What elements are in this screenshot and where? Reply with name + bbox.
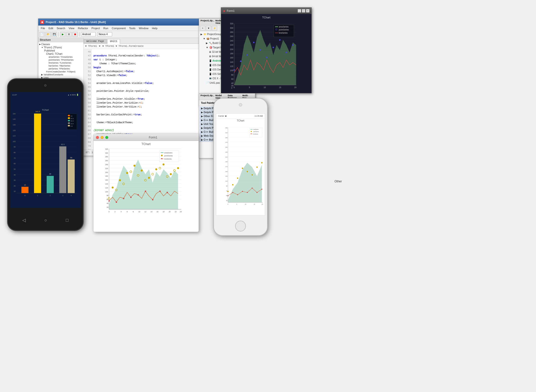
svg-text:areaSeries: areaSeries bbox=[253, 129, 259, 130]
android-screen: 11:07 ▲ ● 90% 🔋 TChart 150 140 130 120 1… bbox=[10, 92, 81, 208]
nav-recents-btn[interactable]: □ bbox=[66, 218, 68, 223]
tree-areaseries[interactable]: areaSeries: TAreaSeries bbox=[39, 55, 83, 58]
pm-new-btn[interactable]: + bbox=[200, 26, 205, 31]
dark-point-8 bbox=[279, 39, 281, 41]
menu-view[interactable]: View bbox=[67, 26, 76, 30]
svg-text:210: 210 bbox=[225, 156, 228, 158]
svg-text:270: 270 bbox=[225, 142, 228, 143]
svg-text:90: 90 bbox=[14, 146, 16, 148]
stop-btn[interactable]: ⏹ bbox=[72, 32, 78, 37]
mac-pt-7 bbox=[152, 173, 154, 175]
tree-published[interactable]: Published bbox=[39, 49, 83, 52]
svg-text:0: 0 bbox=[108, 211, 109, 213]
svg-text:150: 150 bbox=[13, 113, 16, 115]
menu-file[interactable]: File bbox=[39, 26, 47, 30]
svg-text:140: 140 bbox=[230, 61, 233, 63]
tree-variables[interactable]: ▶ Variables/Constants bbox=[39, 73, 83, 76]
menu-tools[interactable]: Tools bbox=[128, 26, 137, 30]
svg-rect-95 bbox=[68, 125, 70, 126]
menu-search[interactable]: Search bbox=[55, 26, 67, 30]
svg-text:5: 5 bbox=[236, 203, 237, 205]
menu-edit[interactable]: Edit bbox=[47, 26, 55, 30]
run-btn[interactable]: ▶ bbox=[60, 32, 66, 37]
svg-text:59: 59 bbox=[70, 157, 72, 159]
svg-text:110: 110 bbox=[225, 180, 228, 182]
mac-chart-svg: 320 300 280 260 240 220 200 180 160 140 … bbox=[103, 146, 196, 224]
form1-dark-titlebar: ◉ Form1 _ □ × bbox=[221, 8, 311, 14]
mac-chart-area: 320 300 280 260 240 220 200 180 160 140 … bbox=[94, 146, 199, 226]
tree-chart1[interactable]: Chart1: TChart bbox=[39, 52, 83, 55]
iphone-chart-svg: 330 310 290 270 250 230 210 190 170 150 … bbox=[223, 122, 264, 212]
pause-btn[interactable]: ⏸ bbox=[66, 32, 72, 37]
android-bar-chart: TChart 150 140 130 120 110 100 90 80 70 … bbox=[10, 97, 81, 208]
save-btn[interactable]: 💾 bbox=[52, 32, 57, 37]
tree-tform1[interactable]: ▼TForm1 (TForm) bbox=[39, 46, 83, 49]
menu-help[interactable]: Help bbox=[150, 26, 159, 30]
pm-open-btn[interactable]: ▼ bbox=[206, 26, 211, 31]
svg-text:52.5: 52.5 bbox=[71, 118, 74, 119]
tab-welcome[interactable]: Welcome Page bbox=[84, 39, 107, 43]
svg-text:16: 16 bbox=[157, 211, 159, 213]
svg-rect-203 bbox=[251, 134, 252, 134]
dark-point-5 bbox=[259, 49, 261, 51]
svg-text:260: 260 bbox=[230, 35, 233, 38]
menu-component[interactable]: Component bbox=[110, 26, 127, 30]
pm-activate-btn[interactable]: ⚡ bbox=[212, 26, 217, 31]
svg-text:160: 160 bbox=[105, 179, 108, 181]
tree-barseries[interactable]: barSeries: TBarSeries bbox=[39, 64, 83, 67]
svg-text:lineSeries: lineSeries bbox=[253, 134, 258, 135]
new-btn[interactable]: 📄 bbox=[39, 32, 45, 37]
nav-home-btn[interactable]: ○ bbox=[44, 218, 47, 223]
svg-text:2: 2 bbox=[115, 211, 116, 213]
mac-sq-7 bbox=[152, 199, 153, 200]
mac-pt-f10 bbox=[177, 167, 179, 169]
dark-point-10 bbox=[292, 44, 294, 46]
tab-unit1[interactable]: Unit1 bbox=[107, 39, 120, 44]
menu-window[interactable]: Window bbox=[137, 26, 150, 30]
mac-sq-5 bbox=[138, 194, 139, 196]
svg-text:areaSeries: areaSeries bbox=[164, 152, 173, 154]
form1-min-btn[interactable]: _ bbox=[298, 9, 301, 13]
svg-text:10: 10 bbox=[138, 211, 140, 213]
pm-tab-1[interactable]: Project1.dp... bbox=[201, 19, 214, 24]
svg-text:22: 22 bbox=[175, 211, 177, 213]
svg-text:24: 24 bbox=[180, 211, 182, 213]
svg-text:70: 70 bbox=[14, 157, 16, 159]
tree-lineseries[interactable]: lineSeries: TLineSeries bbox=[39, 61, 83, 64]
menu-refactor[interactable]: Refactor bbox=[76, 26, 90, 30]
mac-pt-4 bbox=[130, 171, 132, 173]
tree-pointseries[interactable]: pointSeries: TPointSeries bbox=[39, 58, 83, 61]
mac-maximize-btn[interactable] bbox=[105, 136, 108, 139]
tp-tab-1[interactable]: Project1.dp... bbox=[201, 94, 214, 99]
svg-text:1: 1 bbox=[37, 194, 38, 197]
structure-panel-header: Structure bbox=[38, 38, 83, 42]
form1-close-btn[interactable]: × bbox=[306, 9, 309, 13]
svg-text:330: 330 bbox=[225, 127, 228, 129]
mac-minimize-btn[interactable] bbox=[101, 136, 104, 139]
platform-selector[interactable]: Android bbox=[81, 32, 96, 36]
svg-text:15: 15 bbox=[254, 203, 255, 205]
form1-max-btn[interactable]: □ bbox=[302, 9, 305, 13]
tree-pieseries[interactable]: pieSeries: TPieSeries bbox=[39, 67, 83, 70]
iphone-camera bbox=[239, 103, 242, 107]
tree-classes[interactable]: ▶Classes bbox=[39, 43, 83, 46]
open-btn[interactable]: 📂 bbox=[45, 32, 51, 37]
iphone-pt-5 bbox=[247, 171, 248, 172]
menu-project[interactable]: Project bbox=[90, 26, 101, 30]
menu-run[interactable]: Run bbox=[102, 26, 110, 30]
svg-rect-187 bbox=[252, 188, 253, 189]
device-selector[interactable]: Nexus 4 bbox=[97, 32, 112, 36]
svg-text:220: 220 bbox=[105, 168, 108, 169]
svg-text:190: 190 bbox=[225, 161, 228, 162]
mac-titlebar: Form1 bbox=[94, 134, 199, 141]
nav-back-btn[interactable]: ◁ bbox=[22, 217, 26, 223]
svg-text:20: 20 bbox=[169, 211, 171, 213]
svg-text:60: 60 bbox=[231, 78, 234, 80]
mac-close-btn[interactable] bbox=[96, 136, 99, 139]
svg-text:5: 5 bbox=[249, 86, 250, 89]
svg-rect-87 bbox=[68, 115, 70, 116]
iphone-home-button[interactable] bbox=[235, 221, 246, 231]
dark-point-9 bbox=[286, 52, 287, 53]
svg-rect-144 bbox=[161, 152, 163, 153]
tree-formcreate[interactable]: FormCreate(Sender: TObject) bbox=[39, 70, 83, 73]
